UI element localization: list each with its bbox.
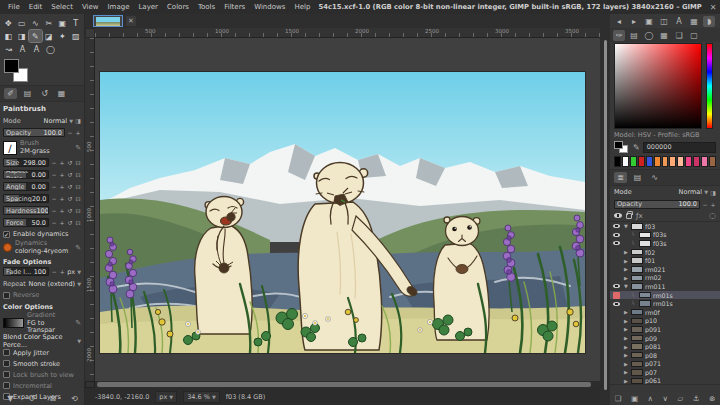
layer-row[interactable]: ▶f02 xyxy=(610,248,720,257)
menu-layer[interactable]: Layer xyxy=(134,2,162,12)
gradient-tool-icon[interactable]: ◨ xyxy=(16,30,29,42)
scissors-tool-icon[interactable]: ✂ xyxy=(43,17,56,29)
brush-row[interactable]: ∕ Brush 2M-grass ✎ xyxy=(3,140,81,155)
layer-row[interactable]: └f03s xyxy=(610,239,720,248)
fade-unit-dropdown[interactable]: px xyxy=(67,268,75,276)
dialog-tab-colors[interactable]: ▣ xyxy=(643,16,655,27)
inc-button[interactable]: + xyxy=(59,171,65,178)
vertical-ruler[interactable]: 500100015002000 xyxy=(85,38,95,381)
slider-row-size[interactable]: Size298.00−+↺⊡ xyxy=(3,157,81,168)
expander-icon[interactable]: ▶ xyxy=(623,309,629,315)
expander-icon[interactable]: ▶ xyxy=(623,275,629,281)
layer-row[interactable]: └rm01s xyxy=(610,299,720,308)
tab-layers[interactable]: ≣ xyxy=(614,172,627,183)
slider-row-spacing[interactable]: Spacing20.0−+↺⊡ xyxy=(3,193,81,204)
inc-button[interactable]: + xyxy=(59,207,65,214)
fade-dec-button[interactable]: − xyxy=(51,268,57,275)
rect-select-tool-icon[interactable]: ▭ xyxy=(16,17,29,29)
repeat-row[interactable]: Repeat None (extend) ▼ xyxy=(3,278,81,289)
menu-windows[interactable]: Windows xyxy=(250,2,289,12)
dialog-tab-fonts[interactable]: A xyxy=(673,16,685,27)
layer-row[interactable]: ▶p061 xyxy=(610,377,720,385)
canvas-viewport[interactable] xyxy=(95,38,600,381)
layer-row[interactable]: ▶p09 xyxy=(610,334,720,343)
expander-icon[interactable]: ▶ xyxy=(623,258,629,264)
palette-swatch[interactable] xyxy=(709,156,716,167)
paintbrush-tool-icon[interactable]: ✎ xyxy=(29,30,42,42)
link-icon[interactable]: ⊡ xyxy=(75,183,81,190)
tab-images[interactable]: ▦ xyxy=(55,88,68,99)
fade-length-row[interactable]: Fade l... 100 − + px ▼ xyxy=(3,266,81,277)
airbrush-tool-icon[interactable]: ✦ xyxy=(56,30,69,42)
mini-fg-bg-swatches[interactable] xyxy=(614,141,630,154)
layer-visibility-toggle[interactable] xyxy=(612,224,621,228)
link-icon[interactable]: ⊡ xyxy=(75,171,81,178)
mode-switch-icon[interactable]: ◨ xyxy=(710,189,716,196)
layer-row[interactable]: ▶p071 xyxy=(610,360,720,369)
brush-thumbnail[interactable]: ∕ xyxy=(3,141,17,155)
checkbox-incremental[interactable]: Incremental xyxy=(3,381,81,391)
slider-row-angle[interactable]: Angle0.00−+↺⊡ xyxy=(3,181,81,192)
palette-swatch[interactable] xyxy=(669,156,676,167)
reset-tool-preset-button[interactable]: ⟲ xyxy=(71,394,78,403)
palette-swatch[interactable] xyxy=(677,156,684,167)
delete-layer-button[interactable]: ⊗ xyxy=(709,394,715,403)
search-icon[interactable]: ◌ xyxy=(709,211,716,220)
horizontal-ruler[interactable]: 500100015002000250030003500 xyxy=(95,28,600,38)
text-tool-icon[interactable]: A xyxy=(16,43,29,55)
move-tool-icon[interactable]: ✥ xyxy=(2,17,15,29)
layer-visibility-toggle[interactable] xyxy=(612,233,621,237)
menu-image[interactable]: Image xyxy=(104,2,134,12)
palette-swatch[interactable] xyxy=(701,156,708,167)
delete-tool-preset-button[interactable]: ⊠ xyxy=(50,394,57,403)
palette-swatch[interactable] xyxy=(638,156,645,167)
image-tab[interactable] xyxy=(93,15,123,27)
brush-name[interactable]: 2M-grass xyxy=(20,148,50,156)
reset-icon[interactable]: ↺ xyxy=(67,219,73,226)
ruler-corner-button[interactable] xyxy=(85,28,95,38)
new-group-button[interactable]: ▣ xyxy=(631,394,638,403)
angle-slider[interactable]: Angle0.00 xyxy=(3,182,49,191)
restore-tool-preset-button[interactable]: ↺ xyxy=(28,394,35,403)
layer-row[interactable]: ▶rm02 xyxy=(610,274,720,283)
tab-tool-options[interactable]: ✐ xyxy=(4,88,17,99)
slider-row-aspect-ratio[interactable]: Aspect Ratio0.00−+↺⊡ xyxy=(3,169,81,180)
palette-swatch[interactable] xyxy=(685,156,692,167)
reset-icon[interactable]: ↺ xyxy=(67,159,73,166)
fade-inc-button[interactable]: + xyxy=(59,268,65,275)
dec-button[interactable]: − xyxy=(51,171,57,178)
menu-file[interactable]: File xyxy=(4,2,24,12)
tab-patterns[interactable]: ▤ xyxy=(628,30,640,41)
mini-foreground-swatch[interactable] xyxy=(614,141,623,149)
tab-font[interactable]: ❏ xyxy=(673,30,685,41)
opacity-slider[interactable]: Opacity 100.0 xyxy=(3,128,65,137)
expander-icon[interactable]: ▶ xyxy=(623,352,629,358)
menu-colors[interactable]: Colors xyxy=(163,2,193,12)
gradient-thumbnail[interactable] xyxy=(3,318,24,328)
layer-row[interactable]: ▶f01 xyxy=(610,256,720,265)
edit-dynamics-icon[interactable]: ✎ xyxy=(75,244,81,252)
paths-tool-icon[interactable]: ↝ xyxy=(2,43,15,55)
tab-palette[interactable]: ▦ xyxy=(658,30,670,41)
inc-button[interactable]: + xyxy=(59,183,65,190)
enable-dynamics-checkbox[interactable]: ✓ Enable dynamics xyxy=(3,229,81,239)
vertical-scrollbar[interactable] xyxy=(600,14,610,405)
expander-icon[interactable]: ▶ xyxy=(623,361,629,367)
layer-row[interactable]: ▼rm011 xyxy=(610,282,720,291)
tab-paint-color[interactable]: ✑ xyxy=(613,30,625,41)
crop-tool-icon[interactable]: ▣ xyxy=(56,17,69,29)
tab-paths[interactable]: ∿ xyxy=(648,172,661,183)
palette-swatch[interactable] xyxy=(614,156,621,167)
palette-swatch[interactable] xyxy=(662,156,669,167)
layer-row[interactable]: ▶rm0f xyxy=(610,308,720,317)
quick-mask-toggle[interactable] xyxy=(85,381,95,388)
link-icon[interactable]: ⊡ xyxy=(75,219,81,226)
inc-button[interactable]: + xyxy=(59,195,65,202)
paint-mode-value[interactable]: Normal xyxy=(44,117,68,125)
expander-icon[interactable]: ▶ xyxy=(623,378,629,384)
palette-swatch[interactable] xyxy=(622,156,629,167)
tab-gradient[interactable]: ◯ xyxy=(643,30,655,41)
reset-icon[interactable]: ↺ xyxy=(67,171,73,178)
paint-mode-row[interactable]: Mode Normal ▼ ◨ xyxy=(3,115,81,126)
link-icon[interactable]: ⊡ xyxy=(75,195,81,202)
